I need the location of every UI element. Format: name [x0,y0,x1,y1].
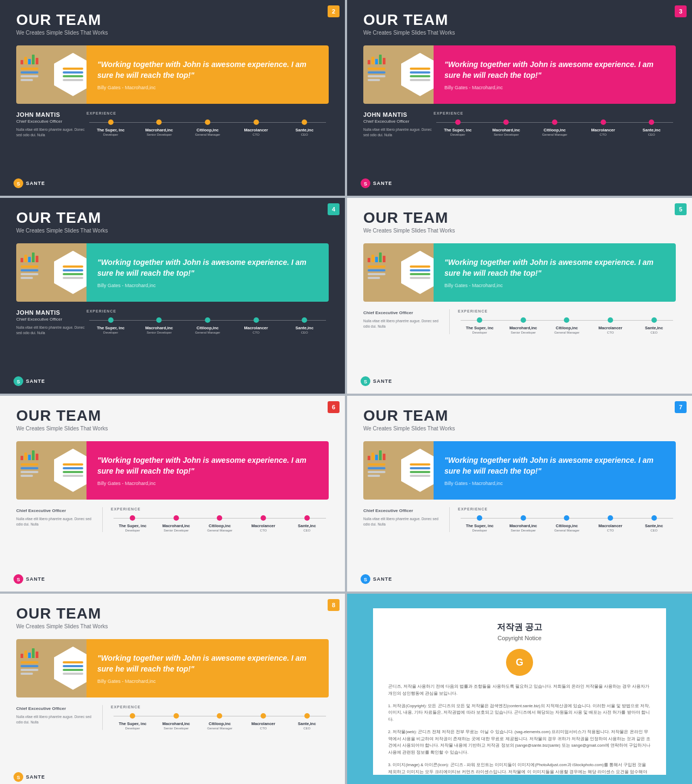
experience-section-7: EXPERIENCE The Super, incDeveloperMacroh… [450,507,676,532]
exp-label-4: EXPERIENCE [86,309,329,313]
logo-6: S SANTE [14,574,45,584]
slide-2: 2 OUR TEAM We Creates Simple Slides That… [0,0,345,196]
svg-text:S: S [17,181,20,187]
exp-timeline-6: The Super, incDeveloperMacrohard,incSeni… [111,515,329,532]
hex-shape-4 [54,251,86,294]
exp-item: Sante,incCEO [627,119,676,136]
logo-icon-8: S [14,772,23,782]
profile-section-8: Chief Excecutive Officer Nulla vitae eli… [16,705,329,730]
quote-author-4: Billy Gates - Macrohard,inc [97,283,318,288]
exp-item: Macrohard,incSenior Developer [135,119,184,136]
exp-item: MacrolancerCTO [242,515,285,532]
experience-section-8: EXPERIENCE The Super, incDeveloperMacroh… [103,705,329,730]
exp-label-6: EXPERIENCE [111,507,329,511]
logo-icon-4: S [14,376,23,386]
quote-content-2: "Working together with John is awesome e… [86,45,329,104]
quote-content-6: "Working together with John is awesome e… [86,441,329,500]
profile-section-2: JOHN MANTIS Chief Excecutive Officer Nul… [16,111,329,138]
logo-text-7: SANTE [373,576,392,582]
exp-item: Citiloop,incGeneral Manager [545,317,589,334]
slide-8: 8 OUR TEAM We Creates Simple Slides That… [0,594,345,784]
profile-left-8: Chief Excecutive Officer Nulla vitae eli… [16,705,103,730]
quote-banner-3: "Working together with John is awesome e… [363,45,676,104]
slide-title-2: OUR TEAM [16,12,329,29]
svg-text:S: S [17,379,20,384]
exp-label-8: EXPERIENCE [111,705,329,709]
logo-text-4: SANTE [26,378,45,384]
slide-4: 4 OUR TEAM We Creates Simple Slides That… [0,198,345,394]
profile-title-4: Chief Excecutive Officer [16,317,86,322]
profile-section-7: Chief Excecutive Officer Nulla vitae eli… [363,507,676,532]
copyright-title-en: Copyright Notice [388,635,651,641]
exp-item: MacrolancerCTO [589,317,633,334]
exp-item: Sante,incCEO [285,515,329,532]
quote-text-7: "Working together with John is awesome e… [444,455,665,477]
slide-number-3: 3 [675,5,687,17]
quote-content-4: "Working together with John is awesome e… [86,243,329,302]
experience-section-3: EXPERIENCE The Super, incDeveloperMacroh… [434,111,676,138]
exp-item: Citiloop,incGeneral Manager [183,119,232,136]
exp-item: MacrolancerCTO [232,119,281,136]
quote-image-5 [363,243,434,302]
logo-2: S SANTE [14,178,45,188]
exp-item: MacrolancerCTO [242,713,285,730]
slide-number-5: 5 [675,203,687,215]
exp-item: Citiloop,incGeneral Manager [183,317,232,334]
exp-item: MacrolancerCTO [589,515,633,532]
quote-content-5: "Working together with John is awesome e… [434,243,676,302]
logo-icon-2: S [14,178,23,188]
copyright-section2-text: 2. 저작물(web): 곤디즈 전체 저작은 전부 무료는 아닐 수 있습니다… [388,729,651,756]
quote-banner-5: "Working together with John is awesome e… [363,243,676,302]
profile-left-5: Chief Excecutive Officer Nulla vitae eli… [363,309,450,334]
hex-shape-8 [54,647,86,690]
exp-timeline-8: The Super, incDeveloperMacrohard,incSeni… [111,713,329,730]
quote-text-6: "Working together with John is awesome e… [97,455,318,477]
quote-banner-2: "Working together with John is awesome e… [16,45,329,104]
logo-icon-5: S [361,376,370,386]
quote-content-3: "Working together with John is awesome e… [434,45,676,104]
quote-image-4 [16,243,86,302]
slide-subtitle-3: We Creates Simple Slides That Works [363,30,676,36]
slide-6: 6 OUR TEAM We Creates Simple Slides That… [0,396,345,592]
profile-name-2: JOHN MANTIS [16,111,86,118]
exp-item: Citiloop,incGeneral Manager [530,119,579,136]
slide-number-7: 7 [675,401,687,413]
profile-desc-3: Nulla vitae elit libero pharetre augue. … [363,127,434,138]
exp-timeline-4: The Super, incDeveloperMacrohard,incSeni… [86,317,329,334]
exp-item: Macrohard,incSenior Developer [482,119,531,136]
exp-timeline-5: The Super, incDeveloperMacrohard,incSeni… [458,317,676,334]
slide-title-6: OUR TEAM [16,408,329,424]
copyright-section3-text: 3. 이미지(Image) & 아이콘(Icon): 곤디즈 - 파워 포인트는… [388,762,651,775]
quote-text-2: "Working together with John is awesome e… [97,59,318,81]
logo-text-8: SANTE [26,774,45,780]
quote-banner-4: "Working together with John is awesome e… [16,243,329,302]
exp-item: The Super, incDeveloper [458,515,502,532]
exp-item: The Super, incDeveloper [458,317,502,334]
quote-banner-7: "Working together with John is awesome e… [363,441,676,500]
logo-text-6: SANTE [26,576,45,582]
svg-text:S: S [364,577,367,582]
exp-label-2: EXPERIENCE [86,111,329,115]
exp-item: Macrohard,incSenior Developer [155,713,198,730]
copyright-title-kr: 저작권 공고 [388,622,651,633]
quote-image-3 [363,45,434,104]
exp-item: Sante,incCEO [632,317,676,334]
quote-image-6 [16,441,86,500]
logo-5: S SANTE [361,376,392,386]
exp-item: The Super, incDeveloper [111,713,155,730]
svg-text:S: S [17,577,20,582]
slide-number-8: 8 [328,599,340,611]
hex-shape-3 [401,53,434,96]
profile-section-3: JOHN MANTIS Chief Excecutive Officer Nul… [363,111,676,138]
logo-3: S SANTE [361,178,392,188]
logo-icon-6: S [14,574,23,584]
exp-item: The Super, incDeveloper [86,317,135,334]
exp-item: Citiloop,incGeneral Manager [545,515,589,532]
svg-text:S: S [364,181,367,187]
logo-icon-3: S [361,178,370,188]
slide-subtitle-7: We Creates Simple Slides That Works [363,426,676,431]
hex-shape-6 [54,449,86,492]
slide-number-6: 6 [328,401,340,413]
profile-left-7: Chief Excecutive Officer Nulla vitae eli… [363,507,450,532]
profile-desc-2: Nulla vitae elit libero pharetre augue. … [16,127,86,138]
